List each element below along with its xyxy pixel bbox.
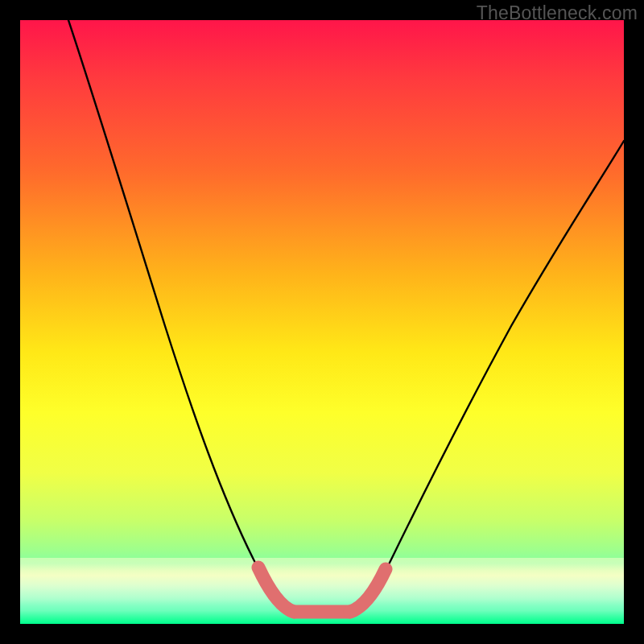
optimal-region-left-stroke [258, 568, 294, 612]
bottleneck-curve-path [68, 20, 624, 611]
bottleneck-curve-svg [20, 20, 624, 624]
chart-frame: TheBottleneck.com [0, 0, 644, 644]
chart-plot-area [20, 20, 624, 624]
watermark-text: TheBottleneck.com [477, 2, 638, 24]
optimal-region-right-stroke [350, 569, 386, 612]
